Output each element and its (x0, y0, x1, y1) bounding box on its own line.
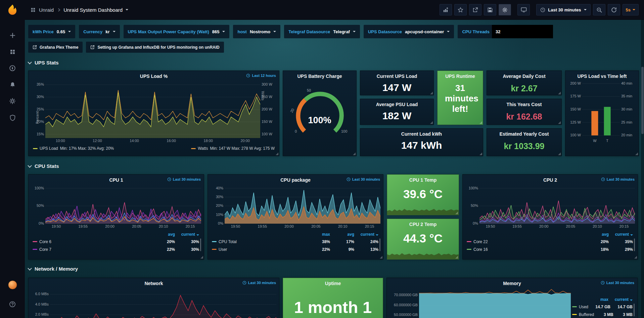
legend-item[interactable]: Watts Min: 147 W Max: 278 W Avg: 175 W (191, 146, 275, 151)
time-range-badge[interactable]: Last 30 minutes (167, 177, 201, 181)
panel-title[interactable]: UPS Runtime (438, 74, 483, 79)
panel-title[interactable]: UPS Load vs Time left (565, 74, 639, 79)
time-range-badge[interactable]: Last 12 hours (246, 74, 276, 78)
legend-row[interactable]: User22%9%13% (212, 245, 378, 253)
time-range-badge[interactable]: Last 30 minutes (347, 177, 380, 181)
bar-category-label: T (601, 139, 614, 143)
variable-kwh-price[interactable]: kWh Price 0.65 (28, 25, 75, 38)
chart-legend-table: maxcurrentUsed14.7 GB14.7 GBBuffered3 MB… (571, 296, 635, 318)
legend-row[interactable]: Core 1618%29% (467, 245, 633, 253)
link-ups-monitoring-guide[interactable]: Setting up Grafana and InfluxDB for UPS … (86, 42, 224, 53)
time-range-badge[interactable]: Last 30 minutes (601, 177, 635, 181)
panel-title[interactable]: UPS Load % (29, 74, 279, 79)
time-range-badge[interactable]: Last 30 minutes (242, 281, 276, 285)
breadcrumb-org[interactable]: Unraid (39, 7, 54, 13)
stat-value: 44.3 °C (390, 232, 456, 245)
legend-row[interactable]: CPU Total38%17%24% (212, 238, 378, 245)
variable-ups-datasource[interactable]: UPS Datasource apcupsd-container (364, 25, 454, 38)
panel-title[interactable]: Uptime (283, 281, 383, 286)
bar-category-label: W (588, 139, 601, 143)
panel-title[interactable]: Average PSU Load (360, 102, 433, 107)
section-ups-stats[interactable]: UPS Stats (28, 59, 59, 66)
legend-row[interactable]: Core 620%30% (33, 238, 199, 245)
legend-row[interactable]: Used14.7 GB14.7 GB (572, 303, 633, 311)
panel-title[interactable]: Memory (387, 281, 637, 286)
variable-currency[interactable]: Currency kr (79, 25, 120, 38)
time-range-badge[interactable]: Last 30 minutes (601, 281, 634, 285)
variable-host[interactable]: host Nostromo (233, 25, 280, 38)
bar-chart[interactable]: 100 W125 W150 W175 W200 W20 min25 min30 … (568, 81, 636, 138)
refresh-interval-select[interactable]: 5s (623, 4, 639, 15)
legend-column-header[interactable]: avg (151, 232, 175, 237)
panel-network-chart: Network Last 30 minutes 2.0 MBs4.0 MBs6.… (28, 278, 279, 318)
configuration-gear-icon[interactable] (5, 94, 20, 108)
variable-value: 0.65 (57, 29, 65, 34)
user-avatar[interactable] (8, 280, 17, 289)
legend-scrollbar[interactable] (634, 238, 635, 251)
time-range-label: Last 30 minutes (548, 7, 581, 12)
panel-title[interactable]: UPS Battery Charge (283, 74, 356, 79)
add-panel-button[interactable] (440, 4, 452, 15)
x-axis-tick: 20:15 (184, 224, 197, 228)
legend-row[interactable]: Buffered3 MB3 MB (572, 311, 633, 318)
legend-scrollbar[interactable] (634, 304, 635, 316)
time-series-chart[interactable]: 15%20%25%30%35%100 W150 W200 W250 W300 W… (31, 81, 276, 138)
variable-telegraf-datasource[interactable]: Telegraf Datasource Telegraf (284, 25, 360, 38)
panel-title[interactable]: This Years Cost (487, 102, 561, 107)
legend-scrollbar[interactable] (379, 238, 380, 251)
scrollbar-thumb[interactable] (641, 67, 644, 134)
link-grafana-plex-theme[interactable]: Grafana Plex Theme (28, 42, 83, 53)
panel-cpu-1-temp: CPU 1 Temp 39.6 °C (387, 174, 459, 215)
star-dashboard-button[interactable] (454, 4, 467, 15)
y-axis-tick: 30% (37, 95, 44, 99)
x-axis-tick: 20:10 (336, 224, 350, 228)
time-series-chart[interactable]: 0%10%20%30%40% (211, 185, 380, 224)
sparkline (387, 251, 459, 259)
explore-icon[interactable] (5, 61, 20, 76)
create-icon[interactable] (5, 28, 20, 43)
variable-ups-max-output[interactable]: UPS Max Output Power Capacity (Watt) 865 (124, 25, 230, 38)
legend-column-header[interactable]: avg (330, 232, 354, 237)
server-admin-shield-icon[interactable] (5, 110, 20, 125)
legend-column-header[interactable]: current (609, 232, 633, 237)
legend-column-header[interactable]: current (175, 232, 199, 237)
panel-title[interactable]: CPU 2 Temp (387, 222, 459, 227)
page-scrollbar[interactable] (641, 20, 644, 318)
legend-column-header[interactable]: current (608, 297, 633, 302)
breadcrumb-dashboard-title[interactable]: Unraid System Dashboard (63, 7, 123, 13)
panel-title[interactable]: Network (29, 281, 279, 286)
dashboards-icon[interactable] (5, 44, 20, 59)
dashboard-settings-button[interactable] (499, 4, 511, 15)
time-series-chart[interactable]: 0%50%100% (31, 185, 201, 224)
cycle-view-mode-button[interactable] (517, 4, 530, 15)
panel-memory-chart: Memory Last 30 minutes 50.000000 GB60.00… (386, 278, 638, 318)
legend-column-header[interactable]: current (354, 232, 378, 237)
panel-title[interactable]: Current UPS Load (360, 74, 433, 79)
help-icon[interactable] (5, 297, 20, 312)
grafana-logo-icon[interactable] (7, 4, 18, 16)
legend-row[interactable]: Core 722%30% (33, 245, 199, 253)
section-network-memory[interactable]: Network / Memory (28, 265, 78, 272)
legend-scrollbar[interactable] (200, 238, 201, 251)
refresh-button[interactable] (608, 4, 620, 15)
time-series-chart[interactable]: 2.0 MBs4.0 MBs6.0 MBs (31, 288, 276, 318)
alerting-bell-icon[interactable] (5, 77, 20, 92)
panel-title[interactable]: Estimated Yearly Cost (487, 131, 561, 137)
legend-column-header[interactable]: avg (585, 232, 609, 237)
dashboard-dropdown-caret-icon[interactable] (126, 9, 128, 10)
time-series-chart[interactable]: 50.000000 GB60.000000 GB70.000000 GB (389, 288, 571, 318)
panel-title[interactable]: CPU 1 Temp (387, 177, 459, 183)
zoom-out-time-button[interactable] (593, 4, 605, 15)
panel-title[interactable]: Current Load kWh (360, 131, 483, 137)
time-series-chart[interactable]: 0%50%100% (465, 185, 635, 224)
save-dashboard-button[interactable] (484, 4, 496, 15)
section-cpu-stats[interactable]: CPU Stats (28, 162, 59, 170)
time-range-picker[interactable]: Last 30 minutes (536, 4, 590, 15)
cpu-threads-input[interactable]: 32 (492, 25, 553, 38)
panel-title[interactable]: Average Daily Cost (487, 74, 561, 79)
legend-column-header[interactable]: max (306, 232, 330, 237)
legend-item[interactable]: UPS Load Min: 17% Max: 32% Avg: 20% (33, 146, 114, 151)
legend-row[interactable]: Core 2220%35% (467, 238, 633, 245)
legend-column-header[interactable]: max (584, 297, 608, 302)
share-dashboard-button[interactable] (469, 4, 481, 15)
